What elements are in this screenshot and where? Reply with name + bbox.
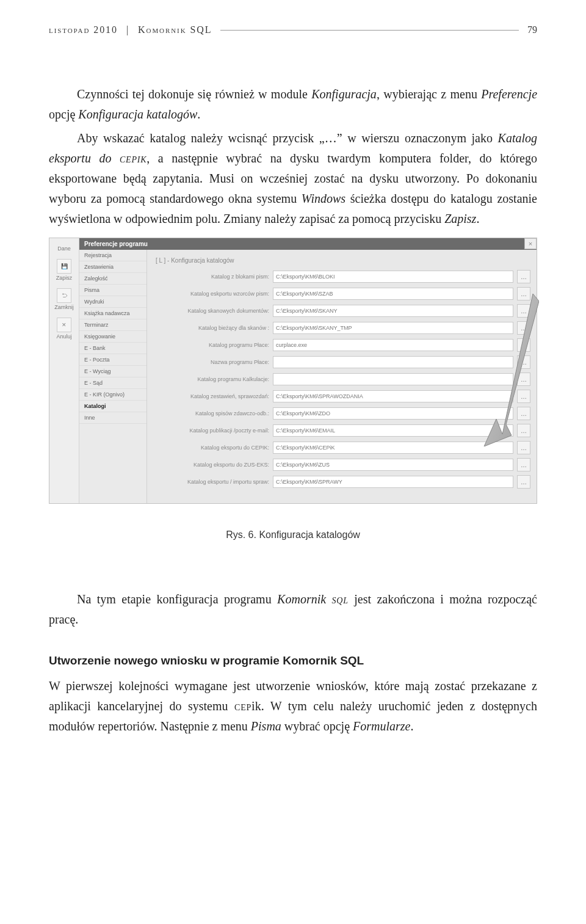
browse-button[interactable]: …: [517, 424, 530, 437]
sidebar-item[interactable]: Księgowanie: [79, 331, 146, 343]
browse-button[interactable]: …: [517, 407, 530, 420]
field-label: Katalog eskportu wzorców pism:: [153, 291, 269, 297]
browse-button[interactable]: …: [517, 304, 530, 318]
field-row: Katalog bieżący dla skanów :C:\Eksporty\…: [153, 321, 530, 335]
header-separator: |: [126, 24, 129, 35]
rail-save[interactable]: 💾 Zapisz: [49, 256, 79, 283]
field-row: Katalog programu Kalkulacje:…: [153, 373, 530, 386]
sidebar-item[interactable]: E - Wyciąg: [79, 366, 146, 377]
page-header: listopad 2010 | Komornik SQL 79: [49, 24, 537, 35]
field-label: Katalog eksportu do CEPIK:: [153, 445, 269, 451]
path-input[interactable]: C:\Eksporty\KM6\SKANY_TMP: [273, 322, 513, 334]
field-label: Katalog zestawień, sprawozdań:: [153, 393, 269, 399]
path-input[interactable]: curplace.exe: [273, 339, 513, 351]
field-row: Nazwa programu Płace:…: [153, 355, 530, 369]
rail-close[interactable]: ⮌ Zamknij: [49, 286, 79, 313]
preferences-main: [ L ] - Konfiguracja katalogów Katalog z…: [147, 250, 537, 503]
field-row: Katalog publikacji /poczty e-mail:C:\Eks…: [153, 424, 530, 437]
header-rule: [220, 30, 519, 31]
save-icon: 💾: [57, 259, 71, 274]
sidebar-item[interactable]: E - Poczta: [79, 354, 146, 366]
field-label: Katalog eksportu / importu spraw:: [153, 479, 269, 485]
field-label: Katalog skanowych dokumentów:: [153, 308, 269, 314]
path-input[interactable]: C:\Eksporty\KM6\CEPiK: [273, 442, 513, 454]
browse-button[interactable]: …: [517, 390, 530, 403]
path-input[interactable]: C:\Eksporty\KM6\EMAIL: [273, 424, 513, 437]
window-close-corner: ×: [524, 238, 537, 249]
field-row: Katalog eksportu do ZUS-EKS:C:\Eksporty\…: [153, 458, 530, 471]
cancel-icon: ✕: [57, 318, 71, 332]
field-label: Katalog programu Kalkulacje:: [153, 376, 269, 382]
field-label: Katalog programu Płace:: [153, 342, 269, 348]
path-input[interactable]: [273, 373, 513, 385]
browse-button[interactable]: …: [517, 287, 530, 300]
field-row: Katalog eksportu / importu spraw:C:\Eksp…: [153, 475, 530, 489]
sidebar-item[interactable]: Wydruki: [79, 296, 146, 308]
rail-cancel[interactable]: ✕ Anuluj: [49, 315, 79, 342]
sidebar-item[interactable]: Terminarz: [79, 319, 146, 331]
sidebar-item[interactable]: Pisma: [79, 285, 146, 296]
field-label: Katalog spisów zdawczo-odb.:: [153, 410, 269, 417]
window-close-button[interactable]: ×: [524, 238, 537, 249]
browse-button[interactable]: …: [517, 270, 530, 283]
path-input[interactable]: C:\Eksporty\KM6\SKANY: [273, 305, 513, 317]
sidebar-item[interactable]: E - KIR (Ognivo): [79, 389, 146, 401]
field-label: Katalog eksportu do ZUS-EKS:: [153, 462, 269, 468]
field-row: Katalog zestawień, sprawozdań:C:\Eksport…: [153, 390, 530, 403]
screenshot-figure: × Dane 💾 Zapisz ⮌ Zamknij: [49, 238, 537, 504]
preferences-sidebar: RejestracjaZestawieniaZaległośćPismaWydr…: [79, 250, 147, 503]
path-input[interactable]: C:\Eksporty\KM6\SZAB: [273, 288, 513, 300]
panel-title-bar: Preferencje programu: [79, 238, 537, 250]
browse-button[interactable]: …: [517, 338, 530, 352]
paragraph-2: Aby wskazać katalog należy wcisnąć przyc…: [49, 128, 537, 229]
sidebar-item[interactable]: E - Sąd: [79, 377, 146, 389]
paragraph-1: Czynności tej dokonuje się również w mod…: [49, 84, 537, 125]
browse-button[interactable]: …: [517, 441, 530, 454]
page-number: 79: [527, 24, 537, 35]
rail-dane-label: Dane: [49, 243, 79, 254]
header-date: listopad 2010: [49, 24, 118, 35]
path-input[interactable]: C:\Eksporty\KM6\ZUS: [273, 459, 513, 471]
field-row: Katalog z blokami pism:C:\Eksporty\KM6\B…: [153, 270, 530, 283]
header-title: Komornik SQL: [138, 24, 212, 35]
browse-button[interactable]: …: [517, 475, 530, 489]
path-input[interactable]: [273, 356, 513, 368]
sidebar-item[interactable]: Książka nadawcza: [79, 308, 146, 319]
sidebar-item[interactable]: Katalogi: [79, 401, 146, 412]
sidebar-item[interactable]: Inne: [79, 412, 146, 424]
field-label: Katalog z blokami pism:: [153, 274, 269, 280]
sidebar-item[interactable]: Zaległość: [79, 273, 146, 285]
browse-button[interactable]: …: [517, 373, 530, 386]
field-row: Katalog eskportu wzorców pism:C:\Eksport…: [153, 287, 530, 300]
sidebar-item[interactable]: Zestawienia: [79, 261, 146, 273]
path-input[interactable]: C:\Eksporty\KM6\SPRAWOZDANIA: [273, 390, 513, 402]
path-input[interactable]: C:\Eksporty\KM6\BLOKI: [273, 271, 513, 283]
section-title: [ L ] - Konfiguracja katalogów: [156, 257, 530, 264]
paragraph-3: Na tym etapie konfiguracja programu Komo…: [49, 589, 537, 630]
field-label: Katalog publikacji /poczty e-mail:: [153, 427, 269, 434]
action-rail: Dane 💾 Zapisz ⮌ Zamknij ✕ Anuluj: [49, 238, 79, 503]
field-label: Nazwa programu Płace:: [153, 359, 269, 365]
panel-title: Preferencje programu: [84, 241, 148, 247]
sidebar-item[interactable]: E - Bank: [79, 343, 146, 354]
field-label: Katalog bieżący dla skanów :: [153, 325, 269, 331]
browse-button[interactable]: …: [517, 355, 530, 369]
browse-button[interactable]: …: [517, 458, 530, 471]
paragraph-4: W pierwszej kolejności wymagane jest utw…: [49, 676, 537, 737]
field-row: Katalog programu Płace:curplace.exe…: [153, 338, 530, 352]
path-input[interactable]: C:\Eksporty\KM6\SPRAWY: [273, 476, 513, 488]
path-input[interactable]: C:\Eksporty\KM6\ZDO: [273, 407, 513, 420]
field-row: Katalog eksportu do CEPIK:C:\Eksporty\KM…: [153, 441, 530, 454]
browse-button[interactable]: …: [517, 321, 530, 335]
section-subhead: Utworzenie nowego wniosku w programie Ko…: [49, 654, 537, 668]
close-icon: ⮌: [57, 288, 71, 303]
field-row: Katalog skanowych dokumentów:C:\Eksporty…: [153, 304, 530, 318]
field-row: Katalog spisów zdawczo-odb.:C:\Eksporty\…: [153, 407, 530, 420]
sidebar-item[interactable]: Rejestracja: [79, 250, 146, 261]
figure-caption: Rys. 6. Konfiguracja katalogów: [49, 529, 537, 540]
